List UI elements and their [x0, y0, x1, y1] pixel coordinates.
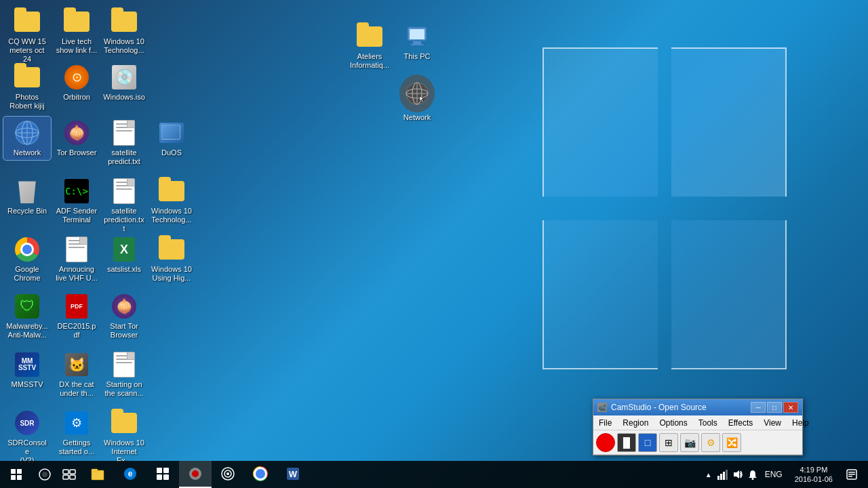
- notification-tray-icon[interactable]: [746, 468, 760, 481]
- network-tray-icon[interactable]: [716, 468, 730, 481]
- icon-satslist[interactable]: X satslist.xls: [100, 233, 148, 277]
- icon-network[interactable]: Network: [3, 117, 51, 160]
- camstudio-toolbar-btn-3[interactable]: ⊞: [659, 433, 678, 452]
- camstudio-app-icon: 📹: [597, 403, 607, 412]
- icon-win10-internet[interactable]: Windows 10Internet Ex...: [100, 407, 148, 468]
- notification-icon: [747, 469, 758, 480]
- svg-rect-8: [410, 44, 424, 45]
- taskbar-store[interactable]: [146, 461, 179, 488]
- camstudio-titlebar: 📹 CamStudio - Open Source ─ □ ✕: [593, 399, 802, 415]
- icon-win10-hig[interactable]: Windows 10Using Hig...: [148, 233, 195, 285]
- icon-photos[interactable]: PhotosRobert kijij: [3, 61, 51, 113]
- action-center-icon: [846, 469, 857, 480]
- camstudio-menu-help[interactable]: Help: [787, 415, 814, 430]
- svg-rect-7: [413, 41, 421, 44]
- camstudio-menu-region[interactable]: Region: [617, 415, 654, 430]
- taskbar-word[interactable]: W: [277, 461, 309, 488]
- camstudio-menu-options[interactable]: Options: [654, 415, 692, 430]
- network-globe-icon: [14, 120, 40, 146]
- icon-network-right[interactable]: Network: [393, 73, 441, 125]
- icon-announcing[interactable]: Annoucinglive VHF U...: [53, 233, 100, 285]
- tray-overflow-button[interactable]: ▲: [703, 471, 715, 479]
- action-center-button[interactable]: [841, 461, 863, 488]
- svg-rect-17: [63, 470, 68, 474]
- taskbar-file-explorer[interactable]: [81, 461, 114, 488]
- icon-ateliers[interactable]: AteliersInformatiq...: [346, 20, 393, 73]
- icon-label: DEC2015.pdf: [56, 322, 98, 340]
- icon-label: satelliteprediction.txt: [103, 207, 145, 234]
- camstudio-close-button[interactable]: ✕: [783, 402, 798, 413]
- file-explorer-icon: [90, 466, 105, 481]
- camstudio-window-buttons: ─ □ ✕: [751, 402, 798, 413]
- icon-label: GoogleChrome: [14, 265, 40, 283]
- camstudio-toolbar-btn-1[interactable]: ▐▌: [617, 433, 636, 452]
- icon-gettings[interactable]: ⚙ Gettingsstarted o...: [53, 407, 100, 459]
- icon-malwarebytes[interactable]: 🛡 Malwareby...Anti-Malw...: [3, 290, 51, 342]
- icon-live-tech[interactable]: Live techshow link f...: [53, 5, 100, 58]
- camstudio-minimize-button[interactable]: ─: [751, 402, 766, 413]
- camstudio-toolbar-btn-4[interactable]: 📷: [680, 433, 699, 452]
- volume-tray-icon[interactable]: [731, 468, 745, 481]
- camstudio-menu-view[interactable]: View: [758, 415, 787, 430]
- taskbar-clock[interactable]: 4:19 PM 2016-01-06: [788, 461, 840, 488]
- icon-label: Network: [14, 148, 41, 157]
- icon-label: Windows 10Using Hig...: [151, 265, 192, 283]
- cortana-search[interactable]: [33, 461, 57, 488]
- icon-satellite-predict[interactable]: satellitepredict.txt: [100, 117, 148, 169]
- camstudio-maximize-button[interactable]: □: [767, 402, 782, 413]
- icon-win10-tech2[interactable]: Windows 10Technolog...: [148, 175, 195, 227]
- icon-label: This PC: [403, 52, 430, 61]
- icon-label: ADF SenderTerminal: [56, 207, 98, 224]
- icon-recycle-bin[interactable]: Recycle Bin: [3, 175, 51, 218]
- camstudio-menu-effects[interactable]: Effects: [723, 415, 758, 430]
- icon-orbitron[interactable]: ⊙ Orbitron: [53, 61, 100, 104]
- icon-label: Gettingsstarted o...: [59, 439, 94, 456]
- svg-rect-25: [157, 468, 162, 473]
- icon-label: Windows.iso: [103, 93, 145, 102]
- icon-duos[interactable]: DuOS: [148, 117, 195, 160]
- icon-mmsstv[interactable]: MMSSTV MMSSTV: [3, 348, 51, 392]
- icon-win10-tech1[interactable]: Windows 10Technolog...: [100, 5, 148, 58]
- language-indicator[interactable]: ENG: [761, 461, 787, 488]
- volume-icon: [732, 469, 743, 480]
- camstudio-menu-file[interactable]: File: [593, 415, 617, 430]
- svg-point-16: [42, 472, 47, 477]
- camstudio-toolbar-btn-5[interactable]: ⚙: [701, 433, 720, 452]
- desktop: CQ WW 15 meters oct 24 Live techshow lin…: [0, 0, 868, 488]
- icon-dec2015[interactable]: PDF DEC2015.pdf: [53, 290, 100, 342]
- svg-rect-26: [163, 468, 169, 473]
- camstudio-toolbar-btn-6[interactable]: 🔀: [722, 433, 741, 452]
- camstudio-toolbar-btn-2[interactable]: □: [638, 433, 657, 452]
- icon-label: satellitepredict.txt: [108, 148, 140, 166]
- svg-rect-45: [848, 476, 852, 477]
- svg-rect-43: [848, 472, 855, 473]
- icon-label: CQ WW 15 meters oct 24: [6, 37, 48, 64]
- icon-satellite-prediction[interactable]: satelliteprediction.txt: [100, 175, 148, 237]
- edge-icon: e: [123, 466, 138, 481]
- icon-this-pc[interactable]: This PC: [393, 20, 441, 64]
- icon-tor-browser[interactable]: 🧅 Tor Browser: [53, 117, 100, 160]
- icon-windows-iso[interactable]: 💿 Windows.iso: [100, 61, 148, 104]
- icon-label: Tor Browser: [57, 148, 97, 157]
- svg-point-30: [192, 470, 199, 477]
- icon-start-tor-browser[interactable]: 🧅 Start TorBrowser: [100, 290, 148, 342]
- icon-dx-cat[interactable]: 🐱 DX the catunder th...: [53, 348, 100, 401]
- icon-sdr-console[interactable]: SDR SDRConsole(V2): [3, 407, 51, 468]
- icon-google-chrome[interactable]: GoogleChrome: [3, 233, 51, 285]
- camstudio-record-button[interactable]: [596, 433, 615, 452]
- word-icon: W: [285, 466, 300, 481]
- camstudio-toolbar: ▐▌ □ ⊞ 📷 ⚙ 🔀: [593, 430, 802, 455]
- icon-starting-scann[interactable]: Starting onthe scann...: [100, 348, 148, 401]
- taskbar-edge[interactable]: e: [114, 461, 146, 488]
- icon-cq-ww[interactable]: CQ WW 15 meters oct 24: [3, 5, 51, 67]
- icon-label: Starting onthe scann...: [105, 380, 144, 398]
- taskbar-chrome[interactable]: [244, 461, 277, 488]
- taskbar-camstudio[interactable]: [179, 461, 212, 488]
- start-button[interactable]: [0, 461, 33, 488]
- icon-adf-sender[interactable]: C:\> ADF SenderTerminal: [53, 175, 100, 227]
- task-view-button[interactable]: [57, 461, 81, 488]
- svg-rect-22: [92, 469, 98, 472]
- camstudio-menu-tools[interactable]: Tools: [693, 415, 723, 430]
- svg-text:W: W: [289, 469, 298, 479]
- taskbar-target-app[interactable]: [212, 461, 244, 488]
